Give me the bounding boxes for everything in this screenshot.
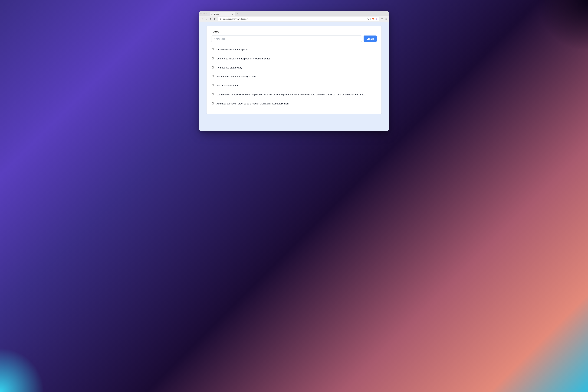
todo-checkbox[interactable] [212, 93, 214, 96]
tab-strip: Todos × + [199, 11, 389, 16]
new-todo-input[interactable] [211, 36, 362, 42]
todo-text: Retrieve KV data by key [217, 66, 376, 70]
window-controls [201, 13, 207, 14]
globe-icon [211, 13, 213, 15]
todo-text: Add data storage in order to be a modern… [217, 102, 376, 106]
traffic-close[interactable] [201, 13, 202, 14]
traffic-minimize[interactable] [203, 13, 205, 14]
new-todo-row: Create [211, 36, 377, 42]
todo-text: Set metadata for KV [217, 84, 376, 87]
page-title: Todos [211, 30, 377, 33]
todo-checkbox[interactable] [212, 58, 214, 60]
todo-checkbox[interactable] [212, 48, 214, 50]
browser-tab[interactable]: Todos × [210, 12, 235, 16]
todo-text: Learn how to effectively scale an applic… [217, 93, 376, 96]
bat-icon[interactable] [375, 18, 377, 20]
todo-row: Set KV data that automatically expires [211, 72, 377, 81]
todo-row: Learn how to effectively scale an applic… [211, 90, 377, 99]
brave-shield-icon[interactable] [372, 18, 374, 20]
url-text: todos.signalnerve.workers.dev [223, 18, 366, 20]
page-viewport: Todos Create Create a new KV namespaceCo… [199, 22, 389, 131]
reload-button[interactable]: ⟳ [209, 18, 212, 20]
todo-row: Create a new KV namespace [211, 45, 377, 54]
lock-icon [220, 18, 221, 20]
todo-checkbox[interactable] [212, 75, 214, 77]
todo-row: Connect to that KV namespace in a Worker… [211, 54, 377, 63]
close-icon[interactable]: × [232, 13, 234, 16]
menu-icon[interactable] [385, 18, 387, 20]
todo-checkbox[interactable] [212, 66, 214, 68]
zoom-icon[interactable] [367, 18, 369, 20]
todo-checkbox[interactable] [212, 84, 214, 86]
todo-row: Add data storage in order to be a modern… [211, 99, 377, 108]
extensions-icon[interactable] [381, 18, 383, 20]
tab-title: Todos [214, 13, 231, 15]
todo-checkbox[interactable] [212, 102, 214, 104]
back-button[interactable]: ◁ [201, 18, 203, 20]
todo-text: Set KV data that automatically expires [217, 75, 376, 78]
bookmark-icon[interactable] [214, 18, 216, 20]
separator: | [370, 18, 371, 20]
todo-text: Create a new KV namespace [217, 48, 376, 51]
create-button[interactable]: Create [364, 36, 377, 42]
todo-row: Set metadata for KV [211, 81, 377, 90]
forward-button[interactable]: ▷ [205, 18, 208, 20]
browser-window: Todos × + ◁ ▷ ⟳ todos.signalnerve.worker… [199, 11, 389, 131]
todos-list: Create a new KV namespaceConnect to that… [211, 45, 377, 108]
todo-row: Retrieve KV data by key [211, 63, 377, 72]
new-tab-button[interactable]: + [236, 12, 239, 15]
todo-text: Connect to that KV namespace in a Worker… [217, 57, 376, 60]
browser-toolbar: ◁ ▷ ⟳ todos.signalnerve.workers.dev | [199, 16, 389, 22]
address-bar[interactable]: todos.signalnerve.workers.dev | [218, 17, 379, 21]
traffic-zoom[interactable] [206, 13, 207, 14]
todos-card: Todos Create Create a new KV namespaceCo… [207, 26, 381, 114]
svg-line-2 [368, 19, 369, 20]
